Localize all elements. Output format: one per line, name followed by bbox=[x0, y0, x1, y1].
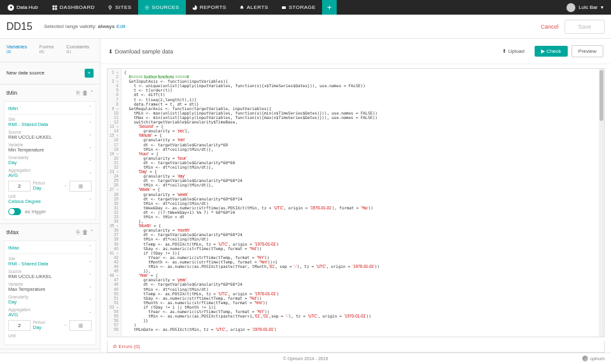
brand-logo[interactable]: Data Hub bbox=[0, 4, 46, 11]
subheader: DD15 Selected range validity: alwaysEdit… bbox=[0, 15, 611, 39]
delete-icon[interactable]: 🗑 bbox=[82, 229, 88, 235]
chevron-down-icon[interactable]: ˅ bbox=[90, 90, 94, 96]
svg-rect-1 bbox=[55, 5, 57, 7]
delete-icon[interactable]: 🗑 bbox=[82, 90, 88, 96]
save-button[interactable]: Save bbox=[565, 20, 605, 34]
svg-point-4 bbox=[109, 6, 111, 8]
validity-text: Selected range validity: alwaysEdit bbox=[44, 24, 125, 29]
errors-bar[interactable]: ⊘ Errors (0) bbox=[107, 341, 605, 353]
sidebar: Variables (2) Forms (0) Constants (1) Ne… bbox=[0, 39, 101, 353]
svg-point-5 bbox=[146, 7, 148, 8]
user-avatar-icon bbox=[566, 3, 575, 12]
chevron-down-icon[interactable]: ˅ bbox=[90, 229, 94, 235]
user-name: Loïc Bar bbox=[579, 4, 598, 10]
period-num[interactable]: 2 bbox=[8, 181, 31, 192]
nav-alerts[interactable]: ALERTS bbox=[233, 0, 275, 15]
cancel-button[interactable]: Cancel bbox=[540, 24, 558, 30]
var-header-tmin[interactable]: tMin bbox=[6, 90, 17, 96]
upload-button[interactable]: ⬆ Upload bbox=[496, 46, 531, 57]
svg-rect-0 bbox=[52, 5, 54, 7]
copy-icon[interactable]: ⎘ bbox=[76, 229, 80, 235]
footer-brand: opinum bbox=[582, 356, 605, 361]
chevron-down-icon[interactable]: ˅ bbox=[89, 106, 92, 111]
var-header-tmax[interactable]: tMax bbox=[6, 229, 19, 235]
period-num[interactable]: 2 bbox=[8, 320, 31, 331]
copy-icon[interactable]: ⎘ bbox=[76, 90, 80, 96]
edit-validity-link[interactable]: Edit bbox=[116, 24, 125, 29]
trigger-toggle[interactable] bbox=[8, 208, 21, 215]
download-sample-link[interactable]: ⬇ Download sample data bbox=[108, 48, 173, 55]
footer: © Opinum 2014 - 2019 opinum bbox=[0, 353, 611, 364]
chevron-down-icon: ▾ bbox=[601, 4, 603, 10]
nav-reports[interactable]: REPORTS bbox=[186, 0, 233, 15]
top-nav: Data Hub DASHBOARD SITES SOURCES REPORTS… bbox=[0, 0, 611, 15]
nav-sites[interactable]: SITES bbox=[101, 0, 138, 15]
nav-storage[interactable]: STORAGE bbox=[275, 0, 322, 15]
editor-scrollbar[interactable] bbox=[599, 69, 604, 337]
svg-rect-7 bbox=[282, 6, 286, 9]
nav-add[interactable]: + bbox=[322, 0, 337, 15]
page-title: DD15 bbox=[6, 21, 32, 32]
tab-variables[interactable]: Variables (2) bbox=[6, 44, 32, 57]
calendar-icon[interactable]: ▦ bbox=[69, 320, 92, 331]
tab-forms[interactable]: Forms (0) bbox=[39, 44, 59, 57]
svg-rect-2 bbox=[52, 8, 54, 10]
calendar-icon[interactable]: ▦ bbox=[69, 181, 92, 192]
nav-dashboard[interactable]: DASHBOARD bbox=[46, 0, 101, 15]
new-data-source: New data source + bbox=[0, 62, 100, 85]
user-menu[interactable]: Loïc Bar ▾ bbox=[559, 3, 611, 12]
chevron-down-icon[interactable]: ˅ bbox=[89, 245, 92, 251]
content-area: ⬇ Download sample data ⬆ Upload ▶ Check … bbox=[101, 39, 611, 353]
preview-button[interactable]: Preview bbox=[572, 45, 603, 57]
check-button[interactable]: ▶ Check bbox=[535, 46, 568, 57]
tab-constants[interactable]: Constants (1) bbox=[66, 44, 94, 57]
code-editor[interactable]: 1 ▾2 3 ▾4 5 6 7 8 9 ▾10 11 12 13 ▾14 15 … bbox=[107, 68, 605, 337]
nav-sources[interactable]: SOURCES bbox=[138, 0, 186, 15]
add-source-button[interactable]: + bbox=[85, 69, 94, 78]
svg-rect-3 bbox=[55, 8, 57, 10]
